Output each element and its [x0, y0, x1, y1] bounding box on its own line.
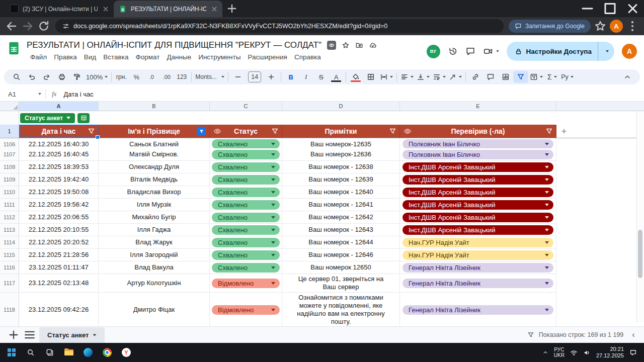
cell-status[interactable]: Схвалено [210, 211, 282, 224]
cell-name[interactable]: Олександр Дуля [99, 161, 210, 173]
format-percent-button[interactable]: % [129, 71, 144, 83]
cell-reviewer[interactable]: Інст.ДШВ Арсеній Завацький [400, 161, 556, 173]
cell-reviewer[interactable]: Інст.ДШВ Арсеній Завацький [400, 224, 556, 236]
text-wrap-icon[interactable] [431, 71, 447, 83]
cell-reviewer[interactable]: Генерал Нікіта Лізейник [400, 274, 556, 293]
search-icon[interactable] [9, 71, 24, 83]
site-info-icon[interactable] [62, 23, 69, 30]
status-chip[interactable]: Схвалено [212, 162, 280, 172]
share-button[interactable]: Настройки Доступа [507, 42, 614, 61]
formula-input[interactable]: Дата і час [63, 90, 93, 98]
table-menu-button[interactable] [77, 113, 90, 123]
cell-status[interactable]: Відмовлено [210, 274, 282, 293]
print-icon[interactable] [54, 71, 69, 83]
back-button[interactable] [5, 20, 18, 33]
cell-status[interactable]: Схвалено [210, 199, 282, 211]
sheet-tab[interactable]: Статус анкет [39, 327, 105, 343]
format-currency-button[interactable]: грн. [114, 71, 129, 83]
format-number-button[interactable]: 123 [174, 71, 189, 83]
cell-name[interactable]: Михайло Бугір [99, 211, 210, 224]
cell-date[interactable]: 22.12.2025 19:42:40 [19, 173, 99, 186]
status-chip[interactable]: Схвалено [212, 238, 280, 247]
collapse-panel-icon[interactable]: ‹ [628, 330, 639, 340]
decrease-font-size-button[interactable] [230, 71, 246, 83]
status-chip[interactable]: Відмовлено [212, 279, 280, 288]
status-chip[interactable]: Схвалено [212, 263, 280, 273]
account-avatar[interactable]: A [622, 44, 637, 59]
star-document-icon[interactable] [342, 41, 350, 49]
cell-name[interactable]: Владислав Вихор [99, 186, 210, 199]
insert-chart-icon[interactable] [498, 71, 513, 83]
cell-name[interactable]: Влад Жарук [99, 236, 210, 249]
cell-name[interactable]: Влад Вакула [99, 261, 210, 274]
taskbar-explorer-icon[interactable] [59, 343, 78, 362]
cell-reviewer[interactable]: Полковник Іван Біличко [400, 148, 556, 161]
header-cell-C[interactable]: Статус [210, 125, 282, 138]
strikethrough-button[interactable]: S [313, 71, 329, 83]
reviewer-chip[interactable]: Полковник Іван Біличко [403, 150, 553, 159]
cell-date[interactable]: 23.12.2025 09:42:26 [19, 293, 99, 326]
add-sheet-button[interactable] [7, 328, 20, 341]
status-chip[interactable]: Відмовлено [212, 305, 280, 315]
status-chip[interactable]: Схвалено [212, 250, 280, 260]
share-dropdown[interactable] [598, 42, 614, 61]
insert-link-icon[interactable] [468, 71, 483, 83]
cell-status[interactable]: Схвалено [210, 173, 282, 186]
font-size-input[interactable]: 14 [246, 71, 264, 83]
column-header-A[interactable]: A [19, 102, 99, 111]
reviewer-chip[interactable]: Інст.ДШВ Арсеній Завацький [403, 188, 553, 197]
cell-reviewer[interactable]: Нач.ГУР Надія Уайт [400, 249, 556, 261]
header-cell-B[interactable]: Ім'я і Прізвище [99, 125, 210, 138]
scrollbar-thumb[interactable] [638, 230, 642, 278]
reviewer-chip[interactable]: Інст.ДШВ Арсеній Завацький [403, 213, 553, 222]
tab-close-icon[interactable] [210, 5, 218, 13]
cell-name[interactable]: Дмитро Фіцак [99, 293, 210, 326]
cell-date[interactable]: 22.12.2025 20:10:55 [19, 224, 99, 236]
menu-Справка[interactable]: Справка [291, 52, 325, 62]
cell-date[interactable]: 22.12.2025 21:28:56 [19, 249, 99, 261]
taskbar-start-icon[interactable] [2, 343, 21, 362]
taskbar-chrome-icon[interactable] [98, 343, 117, 362]
volume-icon[interactable] [583, 349, 591, 356]
text-color-button[interactable]: A [329, 71, 344, 83]
menu-Файл[interactable]: Файл [27, 52, 50, 62]
reviewer-chip[interactable]: Нач.ГУР Надія Уайт [403, 238, 553, 247]
menu-Вставка[interactable]: Вставка [100, 52, 132, 62]
cell-reviewer[interactable]: Інст.ДШВ Арсеній Завацький [400, 173, 556, 186]
status-chip[interactable]: Схвалено [212, 200, 280, 210]
zoom-select[interactable]: 100% [85, 71, 109, 83]
undo-icon[interactable] [24, 71, 39, 83]
insert-comment-icon[interactable] [483, 71, 498, 83]
comments-icon[interactable] [465, 46, 475, 56]
cell-date[interactable]: 22.12.2025 18:39:53 [19, 161, 99, 173]
cell-status[interactable]: Схвалено [210, 148, 282, 161]
taskbar-yandex-icon[interactable] [117, 343, 136, 362]
column-header-C[interactable]: C [210, 102, 282, 111]
new-tab-button[interactable] [225, 2, 238, 15]
menu-Вид[interactable]: Вид [80, 52, 100, 62]
cell-date[interactable]: 23.12.2025 02:13:48 [19, 274, 99, 293]
reviewer-chip[interactable]: Генерал Нікіта Лізейник [403, 305, 553, 315]
reviewer-chip[interactable]: Полковник Іван Біличко [403, 139, 553, 148]
cell-reviewer[interactable]: Інст.ДШВ Арсеній Завацький [400, 199, 556, 211]
move-to-folder-icon[interactable] [355, 41, 363, 49]
browser-menu-icon[interactable] [626, 20, 639, 33]
status-chip[interactable]: Схвалено [212, 175, 280, 185]
cell-note[interactable]: Ваш номерок 12650 [282, 261, 400, 274]
cell-reviewer[interactable]: Генерал Нікіта Лізейник [400, 293, 556, 326]
all-sheets-button[interactable] [23, 328, 36, 341]
maximize-button[interactable] [599, 0, 621, 17]
reviewer-chip[interactable]: Інст.ДШВ Арсеній Завацький [403, 175, 553, 185]
bold-button[interactable]: B [283, 71, 298, 83]
py-menu-button[interactable]: Ру [559, 71, 575, 83]
reviewer-chip[interactable]: Інст.ДШВ Арсеній Завацький [403, 225, 553, 235]
taskbar-edge-icon[interactable] [78, 343, 98, 362]
menu-Данные[interactable]: Данные [163, 52, 195, 62]
status-chip[interactable]: Схвалено [212, 213, 280, 222]
header-cell-D[interactable]: Примітки [282, 125, 400, 138]
fill-color-icon[interactable] [348, 71, 363, 83]
tab-close-icon[interactable] [102, 5, 110, 13]
status-chip[interactable]: Схвалено [212, 150, 280, 159]
column-header-B[interactable]: B [99, 102, 210, 111]
cell-status[interactable]: Схвалено [210, 249, 282, 261]
